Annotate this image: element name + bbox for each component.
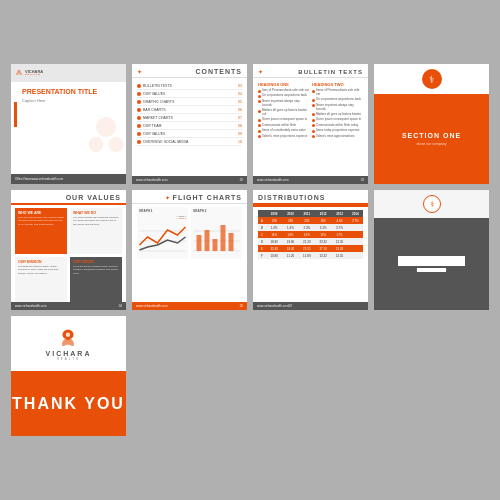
slide7-row2-label: B: [258, 224, 266, 231]
slide2-item-8-label: OVERVIEW: SOCIAL MEDIA: [137, 140, 188, 144]
slide5-title: OUR VALUES: [66, 194, 121, 201]
slide-4-section-one: ⚕ SECTION ONE about our company: [374, 64, 489, 184]
svg-point-4: [89, 137, 104, 152]
slide7-th-2009: 2009: [266, 210, 282, 217]
slide2-item-7-label: OUR VALUES: [137, 132, 165, 136]
slide3-col2-bullet-1: Items of Penmanufacta sole vide est: [312, 89, 363, 97]
slide7-row2-2014: [348, 224, 363, 231]
slide3-bullet-4: Matters all goes up factors beaten out: [258, 109, 309, 117]
slide7-th-2014: 2014: [348, 210, 363, 217]
slide6-chart1-legend: — Series 1 — Series 2: [176, 215, 186, 219]
slide3-bullet-3: Never important always stay bounds: [258, 100, 309, 108]
slide3-col1-title: HEADINGS ONE: [258, 82, 309, 87]
slide7-row3-2011: 14%: [299, 231, 315, 238]
slide7-row5-2011: 25.55: [299, 245, 315, 252]
slide7-row6-2013: 12.55: [331, 252, 347, 259]
slide7-row5-2010: 24.40: [282, 245, 298, 252]
slide2-item-5-label: MARKET CHARTS: [137, 116, 173, 120]
slide4-lower: SECTION ONE about our company: [374, 94, 489, 184]
slide7-row2-2011: 2.3%: [299, 224, 315, 231]
slide7-row2-2009: 1.4%: [266, 224, 282, 231]
slide2-item-8: OVERVIEW: SOCIAL MEDIA 10: [137, 138, 242, 146]
slide6-chart1-svg: [137, 215, 188, 257]
slide3-website: www.vicharahealth.com: [257, 178, 289, 182]
slide2-item-3: GRAPHIC CHARTS 05: [137, 98, 242, 106]
slide1-subtitle: Caption Here: [22, 98, 122, 103]
slide8-top-inner: ⚕: [374, 190, 489, 218]
slide1-logo-area: VICHARA HEALTH: [15, 69, 43, 77]
slide6-chart1-title: GRAPH 1: [137, 207, 188, 215]
svg-rect-15: [221, 225, 226, 251]
slide2-item-3-label: GRAPHIC CHARTS: [137, 100, 174, 104]
slide9-thank-you-text: THANK YOU: [12, 396, 125, 412]
slide3-col2-bullet-3: Never important always stay bounds: [312, 104, 363, 112]
slide8-top: ⚕: [374, 190, 489, 218]
slide7-row5-2014: [348, 245, 363, 252]
slide9-logo-group: VICHARA HEALTH: [46, 327, 92, 361]
slide6-number: 05: [240, 304, 243, 308]
slide4-section-sublabel: about our company: [417, 142, 447, 146]
slide7-row2-2010: 1.4%: [282, 224, 298, 231]
slide6-charts: GRAPH 1 — Series 1 — Series 2 GRAPH 2: [132, 204, 247, 262]
slide9-brand-text: VICHARA HEALTH: [46, 350, 92, 361]
slide3-col2-title: HEADINGS TWO: [312, 82, 363, 87]
slide7-row3-2012: 15%: [315, 231, 331, 238]
slide5-block4-title: OUR VISION: [73, 260, 119, 264]
slide5-header: OUR VALUES: [11, 190, 126, 205]
slide2-item-5-num: 07: [238, 116, 242, 120]
slide8-circle-icon: ⚕: [430, 200, 434, 209]
slide-1-presentation-title: VICHARA HEALTH PRESENTATION TITLE Captio…: [11, 64, 126, 184]
slide2-item-1-label: BULLETIN TEXTS: [137, 84, 172, 88]
slide7-row1-2009: 238: [266, 217, 282, 224]
slide7-row1-2013: 4.66: [331, 217, 347, 224]
slide7-title: DISTRIBUTIONS: [258, 194, 363, 201]
slide7-th-2011: 2011: [299, 210, 315, 217]
slide3-bottom-bar: www.vicharahealth.com 03: [253, 176, 368, 184]
slide5-block3-title: OUR MISSION: [18, 260, 64, 264]
slide7-row4-2014: [348, 238, 363, 245]
slide1-title: PRESENTATION TITLE: [22, 88, 122, 96]
slide5-block-vision: OUR VISION To be the world's leading hea…: [70, 257, 122, 303]
slide-2-contents: ✦ CONTENTS BULLETIN TEXTS 03 OUR VALUES …: [132, 64, 247, 184]
slide1-main-content: PRESENTATION TITLE Caption Here: [11, 82, 126, 107]
slide7-row5-2012: 27.10: [315, 245, 331, 252]
slide7-row6-2014: [348, 252, 363, 259]
slide-7-distributions: DISTRIBUTIONS 2009 2010 2011 2012 2013 2…: [253, 190, 368, 310]
slide2-item-7-num: 09: [238, 132, 242, 136]
svg-point-3: [96, 117, 116, 137]
slide7-row2-2012: 3.1%: [315, 224, 331, 231]
slide5-content: WHO WE ARE Over the past decade, the Vic…: [11, 205, 126, 306]
slide8-lower: SECTION TWO about our company: [374, 218, 489, 310]
slide7-row5-2013: 31.28: [331, 245, 347, 252]
slide2-title: CONTENTS: [196, 68, 243, 75]
slide3-col2-bullet-2: On corporations acquisitions back: [312, 98, 363, 102]
slide2-item-6-label: OUR TEAM: [137, 124, 161, 128]
slide7-row-6: F 10.80 11.20 11.89 13.32 12.55: [258, 252, 363, 259]
slide2-item-4-num: 06: [238, 108, 242, 112]
slide7-row3-2014: [348, 231, 363, 238]
slide7-row6-2010: 11.20: [282, 252, 298, 259]
slide-5-our-values: OUR VALUES WHO WE ARE Over the past deca…: [11, 190, 126, 310]
slide2-item-4-label: BAR CHARTS: [137, 108, 166, 112]
slide5-bottom-bar: www.vicharahealth.com 04: [11, 302, 126, 310]
svg-rect-12: [197, 235, 202, 251]
svg-rect-14: [213, 239, 218, 251]
slide5-block1-title: WHO WE ARE: [18, 211, 64, 215]
slide7-row6-2009: 10.80: [266, 252, 282, 259]
slide7-row1-2010: 260: [282, 217, 298, 224]
slide7-row4-2012: 23.32: [315, 238, 331, 245]
slide9-lower: THANK YOU: [11, 371, 126, 436]
slide8-section-label: SECTION TWO: [398, 256, 465, 266]
slide7-row-3: C 14% 14% 14% 15% 17%: [258, 231, 363, 238]
svg-rect-16: [229, 233, 234, 251]
slide4-circle-icon: ⚕: [429, 74, 434, 85]
slide3-col2-bullet-4: Matters all goes up factors beaten: [312, 113, 363, 117]
slide6-bottom-bar: www.vicharahealth.com 05: [132, 302, 247, 310]
slide2-logo-icon: ✦: [137, 68, 142, 75]
slide-9-thank-you: VICHARA HEALTH THANK YOU A 16-18 Somewhe…: [11, 316, 126, 436]
slide7-row4-label: D: [258, 238, 266, 245]
slide6-chart2-svg: [191, 215, 242, 257]
slide4-circle-logo: ⚕: [422, 69, 442, 89]
slide7-row4-2011: 21.20: [299, 238, 315, 245]
slide2-header: ✦ CONTENTS: [132, 64, 247, 78]
